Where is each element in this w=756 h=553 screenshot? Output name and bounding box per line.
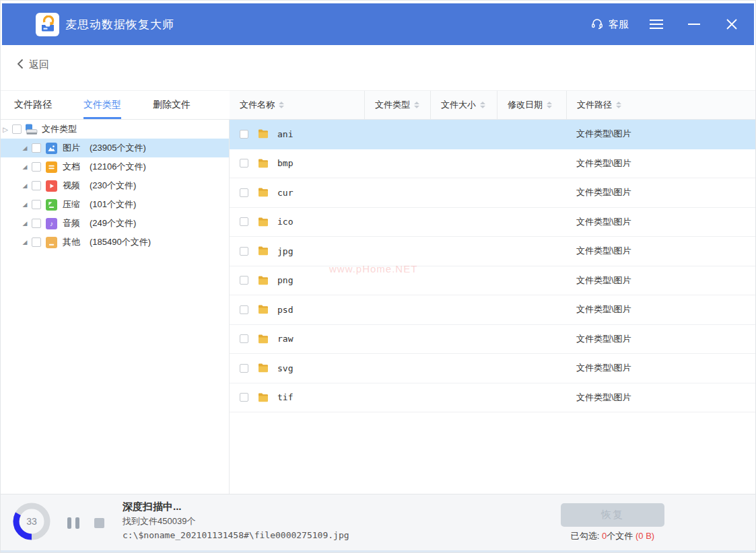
tree-item-videos[interactable]: ◢ 视频 (230个文件) [1,176,229,195]
table-row[interactable]: psd 文件类型\图片 [230,295,755,325]
tree-item-documents[interactable]: ◢ 文档 (12106个文件) [1,157,229,176]
menu-icon[interactable] [646,14,666,34]
column-header-date[interactable]: 修改日期 [497,91,566,119]
table-row[interactable]: tif 文件类型\图片 [230,383,755,413]
sort-icon [279,102,284,108]
expander-icon[interactable]: ▷ [1,126,9,133]
file-path: 文件类型\图片 [576,362,631,374]
expander-icon[interactable]: ◢ [21,182,29,189]
file-name: svg [277,363,293,373]
stop-button[interactable] [94,518,104,528]
checkbox[interactable] [32,219,41,228]
file-path: 文件类型\图片 [576,333,631,345]
selection-summary: 已勾选: 0个文件 (0 B) [561,530,664,542]
tree-item-other[interactable]: ◢ 其他 (185490个文件) [1,233,229,252]
checkbox[interactable] [240,217,248,226]
checkbox[interactable] [32,143,41,153]
table-row[interactable]: png 文件类型\图片 [230,266,755,296]
checkbox[interactable] [240,247,248,256]
file-table: ani 文件类型\图片 bmp 文件类型\图片 cur 文件类型\图片 [230,120,755,494]
checkbox[interactable] [240,334,248,343]
file-path: 文件类型\图片 [576,216,631,228]
column-header-type[interactable]: 文件类型 [364,91,430,119]
checkbox[interactable] [240,305,248,314]
table-row[interactable]: ico 文件类型\图片 [230,208,755,237]
app-window: 麦思动数据恢复大师 客服 [0,0,756,553]
tree-root[interactable]: ▷ 文件类型 [1,120,229,139]
tree-item-count: (230个文件) [90,180,136,192]
sort-icon [547,102,552,108]
table-row[interactable]: jpg 文件类型\图片 [230,237,755,266]
document-category-icon [46,161,57,173]
column-header-size[interactable]: 文件大小 [430,91,497,119]
expander-icon[interactable]: ◢ [21,163,29,170]
tree-item-count: (185490个文件) [90,236,151,248]
status-bar: 33 深度扫描中... 找到文件450039个 c:\$noname_20210… [1,494,755,552]
column-header-path[interactable]: 文件路径 [566,91,755,119]
expander-icon[interactable]: ◢ [21,239,29,246]
folder-icon [258,393,269,402]
file-path: 文件类型\图片 [576,157,631,170]
folder-icon [258,188,269,197]
title-bar: 麦思动数据恢复大师 客服 [2,3,754,45]
checkbox[interactable] [240,130,248,139]
current-file-path: c:\$noname_202101131458#\file0000275109.… [123,528,349,542]
expander-icon[interactable]: ◢ [21,201,29,208]
checkbox[interactable] [12,124,22,134]
tree-item-count: (12106个文件) [90,161,146,173]
folder-icon [258,334,269,344]
minimize-icon[interactable] [684,14,704,34]
folder-icon [258,159,269,168]
table-row[interactable]: ani 文件类型\图片 [230,120,755,149]
checkbox[interactable] [32,237,41,247]
column-header-name[interactable]: 文件名称 [230,91,364,119]
table-row[interactable]: svg 文件类型\图片 [230,354,755,383]
folder-icon [258,363,269,373]
app-logo-icon [36,13,59,36]
pause-button[interactable] [67,517,79,529]
back-button[interactable]: 返回 [17,59,49,71]
tree-item-images[interactable]: ◢ 图片 (23905个文件) [1,139,229,157]
file-name: raw [277,334,293,344]
progress-ring: 33 [12,502,51,541]
table-row[interactable]: cur 文件类型\图片 [230,178,755,208]
tree-item-count: (249个文件) [90,217,136,229]
file-name: png [277,275,293,285]
checkbox[interactable] [32,200,41,209]
table-row[interactable]: bmp 文件类型\图片 [230,149,755,179]
file-path: 文件类型\图片 [576,303,631,316]
tree-item-audio[interactable]: ◢ ♪ 音频 (249个文件) [1,214,229,233]
checkbox[interactable] [240,364,248,373]
checkbox[interactable] [32,162,41,172]
recover-button[interactable]: 恢复 [561,503,664,527]
checkbox[interactable] [32,181,41,190]
expander-icon[interactable]: ◢ [21,220,29,227]
support-button[interactable]: 客服 [590,17,629,32]
tab-file-type[interactable]: 文件类型 [83,91,121,119]
checkbox[interactable] [240,393,248,402]
folder-icon [258,129,269,139]
tree-item-label: 压缩 [63,198,80,211]
image-category-icon [46,143,57,154]
file-path: 文件类型\图片 [576,128,631,140]
folder-icon [258,246,269,256]
checkbox[interactable] [240,188,248,197]
tree-item-label: 其他 [63,236,80,248]
expander-icon[interactable]: ◢ [21,145,29,151]
headset-icon [590,17,604,32]
folder-icon [258,217,269,227]
tree-root-label: 文件类型 [42,123,77,135]
video-category-icon [46,180,57,192]
tree-item-label: 文档 [63,161,80,173]
scan-info: 深度扫描中... 找到文件450039个 c:\$noname_20210113… [123,499,349,542]
folder-icon [258,305,269,314]
tree-item-archives[interactable]: ◢ 压缩 (101个文件) [1,195,229,214]
close-icon[interactable] [722,14,742,34]
sort-icon [480,102,485,108]
table-row[interactable]: raw 文件类型\图片 [230,325,755,355]
checkbox[interactable] [240,276,248,285]
tab-file-path[interactable]: 文件路径 [14,91,52,119]
tab-deleted-files[interactable]: 删除文件 [153,91,191,119]
checkbox[interactable] [240,159,248,168]
file-name: tif [277,392,293,402]
